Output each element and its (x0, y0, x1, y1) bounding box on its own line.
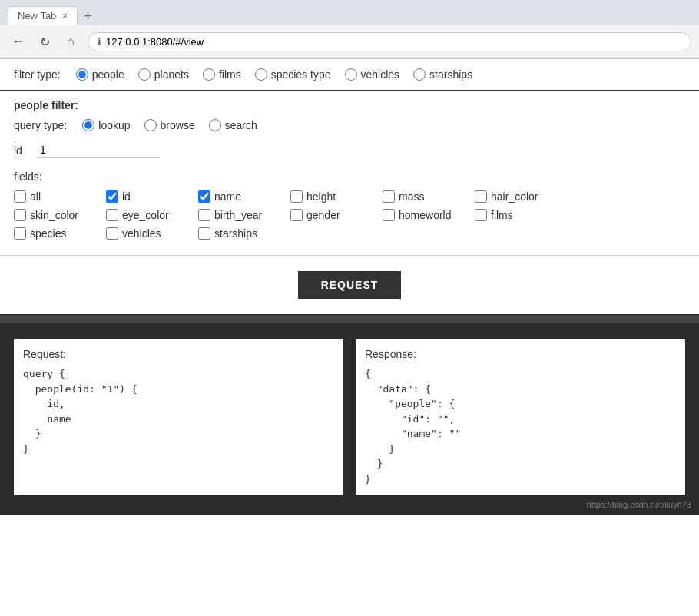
checkbox-all[interactable] (14, 190, 26, 203)
dark-separator (0, 316, 699, 323)
radio-item-starships[interactable]: starships (413, 68, 472, 81)
radio-item-search[interactable]: search (209, 119, 257, 131)
checkbox-homeworld-label[interactable]: homeworld (399, 209, 451, 221)
checkbox-name[interactable] (198, 190, 210, 203)
checkbox-item-eye-color[interactable]: eye_color (106, 209, 198, 221)
request-panel-code: query { people(id: "1") { id, name } } (23, 366, 334, 456)
checkbox-height-label[interactable]: height (306, 190, 336, 203)
radio-species-type[interactable] (255, 68, 267, 81)
checkbox-eye-color[interactable] (106, 209, 118, 221)
radio-item-people[interactable]: people (76, 68, 124, 81)
checkbox-item-hair-color[interactable]: hair_color (475, 190, 567, 203)
checkbox-skin-color-label[interactable]: skin_color (30, 209, 78, 221)
checkbox-id[interactable] (106, 190, 118, 203)
id-input[interactable] (37, 142, 160, 158)
checkbox-mass-label[interactable]: mass (399, 190, 424, 203)
fields-row-3: species vehicles starships (14, 227, 685, 240)
checkbox-hair-color[interactable] (475, 190, 487, 203)
tab-close-button[interactable]: × (62, 11, 68, 22)
query-type-row: query type: lookup browse search (14, 119, 685, 131)
checkbox-birth-year-label[interactable]: birth_year (214, 209, 262, 221)
radio-species-type-label[interactable]: species type (271, 68, 331, 81)
checkbox-item-homeworld[interactable]: homeworld (383, 209, 475, 221)
radio-item-species-type[interactable]: species type (255, 68, 331, 81)
browser-tab[interactable]: New Tab × (8, 6, 78, 25)
checkbox-item-vehicles[interactable]: vehicles (106, 227, 198, 240)
radio-films[interactable] (203, 68, 215, 81)
checkbox-gender-label[interactable]: gender (306, 209, 340, 221)
checkbox-item-height[interactable]: height (290, 190, 383, 203)
checkbox-vehicles-label[interactable]: vehicles (122, 227, 161, 240)
page-content: filter type: people planets films specie… (0, 59, 699, 316)
tab-bar: New Tab × + (0, 0, 699, 25)
radio-browse[interactable] (144, 119, 157, 131)
checkbox-starships-label[interactable]: starships (214, 227, 257, 240)
checkbox-hair-color-label[interactable]: hair_color (491, 190, 538, 203)
request-panel-title: Request: (23, 348, 334, 360)
checkbox-item-name[interactable]: name (198, 190, 290, 203)
checkbox-vehicles[interactable] (106, 227, 118, 240)
radio-films-label[interactable]: films (219, 68, 241, 81)
checkbox-item-species[interactable]: species (14, 227, 106, 240)
home-button[interactable]: ⌂ (60, 31, 81, 52)
radio-item-planets[interactable]: planets (138, 68, 189, 81)
id-row: id (14, 142, 685, 158)
checkbox-starships[interactable] (198, 227, 210, 240)
checkbox-films[interactable] (475, 209, 487, 221)
radio-item-vehicles[interactable]: vehicles (345, 68, 400, 81)
checkbox-item-films[interactable]: films (475, 209, 567, 221)
radio-planets-label[interactable]: planets (154, 68, 189, 81)
people-filter-section: people filter: query type: lookup browse… (0, 91, 699, 256)
radio-people-label[interactable]: people (92, 68, 124, 81)
checkbox-species-label[interactable]: species (30, 227, 66, 240)
radio-search[interactable] (209, 119, 221, 131)
checkbox-skin-color[interactable] (14, 209, 26, 221)
address-bar[interactable]: ℹ 127.0.0.1:8080/#/view (88, 32, 691, 51)
browser-chrome: ← ↻ ⌂ ℹ 127.0.0.1:8080/#/view (0, 25, 699, 59)
radio-vehicles[interactable] (345, 68, 357, 81)
radio-starships[interactable] (413, 68, 426, 81)
radio-lookup[interactable] (82, 119, 94, 131)
checkbox-item-mass[interactable]: mass (383, 190, 475, 203)
tab-label: New Tab (18, 10, 56, 22)
fields-row-1: all id name height mass (14, 190, 685, 203)
checkbox-item-birth-year[interactable]: birth_year (198, 209, 290, 221)
checkbox-item-skin-color[interactable]: skin_color (14, 209, 106, 221)
checkbox-birth-year[interactable] (198, 209, 210, 221)
request-button[interactable]: REQUEST (298, 271, 402, 299)
checkbox-mass[interactable] (383, 190, 395, 203)
watermark: https://blog.csdn.net/liuyh73 (587, 500, 691, 509)
checkbox-item-gender[interactable]: gender (290, 209, 383, 221)
checkbox-species[interactable] (14, 227, 26, 240)
radio-item-lookup[interactable]: lookup (82, 119, 130, 131)
request-area: REQUEST (0, 256, 699, 316)
checkbox-item-starships[interactable]: starships (198, 227, 290, 240)
radio-people[interactable] (76, 68, 88, 81)
checkbox-eye-color-label[interactable]: eye_color (122, 209, 169, 221)
checkbox-item-id[interactable]: id (106, 190, 198, 203)
reload-button[interactable]: ↻ (34, 31, 55, 52)
radio-vehicles-label[interactable]: vehicles (361, 68, 400, 81)
checkbox-films-label[interactable]: films (491, 209, 513, 221)
url-text: 127.0.0.1:8080/#/view (106, 36, 204, 48)
filter-type-radio-group: people planets films species type vehicl… (76, 68, 472, 81)
checkbox-id-label[interactable]: id (122, 190, 131, 203)
checkbox-all-label[interactable]: all (30, 190, 41, 203)
response-panel-code: { "data": { "people": { "id": "", "name"… (365, 366, 676, 486)
radio-lookup-label[interactable]: lookup (98, 119, 130, 131)
checkbox-item-all[interactable]: all (14, 190, 106, 203)
back-button[interactable]: ← (8, 31, 29, 52)
checkbox-homeworld[interactable] (383, 209, 395, 221)
radio-browse-label[interactable]: browse (161, 119, 195, 131)
radio-item-films[interactable]: films (203, 68, 241, 81)
new-tab-button[interactable]: + (78, 8, 98, 25)
panels-row: Request: query { people(id: "1") { id, n… (14, 339, 685, 495)
checkbox-gender[interactable] (290, 209, 303, 221)
radio-starships-label[interactable]: starships (429, 68, 472, 81)
radio-search-label[interactable]: search (225, 119, 257, 131)
checkbox-name-label[interactable]: name (214, 190, 241, 203)
info-icon: ℹ (98, 36, 101, 47)
radio-planets[interactable] (138, 68, 151, 81)
checkbox-height[interactable] (290, 190, 303, 203)
radio-item-browse[interactable]: browse (144, 119, 195, 131)
